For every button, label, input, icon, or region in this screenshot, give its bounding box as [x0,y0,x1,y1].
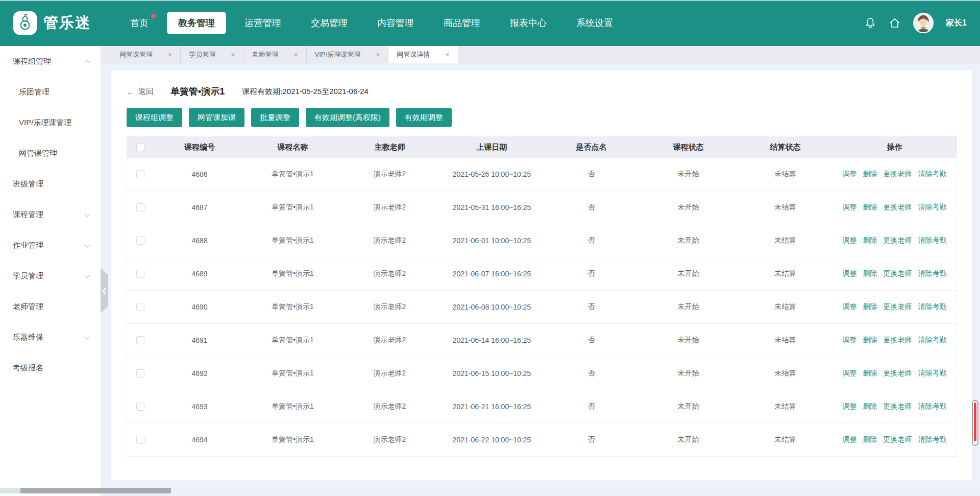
cell-course-id: 4687 [154,191,246,224]
row-action-link[interactable]: 更换老师 [884,236,912,245]
row-action-link[interactable]: 更换老师 [884,269,912,278]
tab-close-icon[interactable]: × [293,51,298,59]
sidebar-item[interactable]: 考级报名 [0,352,101,383]
back-button[interactable]: ← 返回 [127,87,154,97]
nav-item[interactable]: 内容管理 [366,12,425,34]
table-row: 4691 单簧管•演示1 演示老师2 2021-06-14 16:00~16:2… [127,324,957,357]
page-tab[interactable]: 网管课管理 × [111,46,181,63]
row-action-link[interactable]: 删除 [863,302,877,312]
row-checkbox[interactable] [136,403,144,411]
sidebar-item[interactable]: 乐团管理 [0,77,101,107]
page-tab[interactable]: VIP/乐理课管理 × [307,46,389,63]
row-action-link[interactable]: 清除考勤 [918,236,947,245]
row-action-link[interactable]: 清除考勤 [918,302,947,312]
page-header: ← 返回 单簧管•演示1 课程有效期:2021-05-25至2021-06-24 [127,70,957,98]
home-icon[interactable] [889,17,901,29]
row-action-link[interactable]: 调整 [843,435,857,444]
row-action-link[interactable]: 删除 [863,269,877,278]
sidebar-item[interactable]: 课程组管理 [0,46,101,77]
sidebar-item[interactable]: 老师管理 [0,291,101,322]
tab-close-icon[interactable]: × [168,51,172,59]
row-checkbox[interactable] [136,369,144,377]
row-action-link[interactable]: 清除考勤 [918,336,947,345]
nav-item[interactable]: 教务管理 [167,12,226,34]
row-action-link[interactable]: 更换老师 [884,170,912,179]
row-action-link[interactable]: 更换老师 [884,435,912,444]
horizontal-scrollbar [0,488,980,493]
toolbar-button[interactable]: 有效期调整(高权限) [306,108,389,127]
row-action-link[interactable]: 调整 [843,369,857,378]
row-action-link[interactable]: 调整 [843,402,857,411]
sidebar-item[interactable]: VIP/乐理课管理 [0,107,101,138]
row-action-link[interactable]: 删除 [863,369,877,378]
row-action-link[interactable]: 更换老师 [884,369,912,378]
vertical-scrollbar[interactable] [972,400,978,446]
row-checkbox[interactable] [136,203,144,211]
tab-close-icon[interactable]: × [376,51,380,59]
row-action-link[interactable]: 删除 [863,203,877,212]
row-action-link[interactable]: 调整 [843,336,857,345]
row-action-link[interactable]: 清除考勤 [918,269,947,278]
row-action-link[interactable]: 删除 [863,336,877,345]
tab-close-icon[interactable]: × [445,51,449,59]
vertical-scrollbar-thumb[interactable] [974,403,976,441]
row-action-link[interactable]: 调整 [843,170,857,179]
sidebar-item[interactable]: 课程管理 [0,199,101,230]
row-action-link[interactable]: 清除考勤 [918,402,947,411]
cell-teacher: 演示老师2 [340,390,439,423]
row-action-link[interactable]: 更换老师 [884,336,912,345]
horizontal-scrollbar-thumb[interactable] [20,488,171,493]
row-action-link[interactable]: 清除考勤 [918,369,947,378]
row-checkbox[interactable] [136,270,144,278]
sidebar-item[interactable]: 网管课管理 [0,138,101,169]
row-action-link[interactable]: 删除 [863,402,877,411]
cell-settlement: 未结算 [738,191,832,224]
toolbar-button[interactable]: 批量调整 [251,108,299,127]
toolbar-button[interactable]: 课程组调整 [127,108,182,127]
row-checkbox[interactable] [136,336,144,344]
cell-course-name: 单簧管•演示1 [246,357,340,390]
row-checkbox[interactable] [136,237,144,245]
sidebar-item[interactable]: 作业管理 [0,230,101,261]
user-avatar[interactable] [913,13,934,33]
tab-close-icon[interactable]: × [231,51,235,59]
bell-icon[interactable] [864,17,876,29]
row-action-link[interactable]: 更换老师 [884,302,912,312]
row-action-link[interactable]: 调整 [843,203,857,212]
nav-item[interactable]: 首页 [119,12,160,34]
sidebar-item[interactable]: 乐器维保 [0,322,101,352]
toolbar-button[interactable]: 网管课加课 [189,108,244,127]
row-checkbox[interactable] [136,170,144,178]
sidebar-item-label: 乐团管理 [19,87,50,97]
row-action-link[interactable]: 清除考勤 [918,170,947,179]
row-checkbox[interactable] [136,436,144,444]
row-action-link[interactable]: 调整 [843,236,857,245]
row-action-link[interactable]: 清除考勤 [918,435,947,444]
row-checkbox[interactable] [136,303,144,311]
nav-item[interactable]: 报表中心 [499,12,558,34]
toolbar-button[interactable]: 有效期调整 [396,108,452,127]
row-action-link[interactable]: 删除 [863,435,877,444]
select-all-checkbox[interactable] [136,143,144,151]
sidebar-item-label: 作业管理 [13,241,43,250]
row-action-link[interactable]: 删除 [863,236,877,245]
sidebar-item[interactable]: 学员管理 [0,261,101,291]
row-action-link[interactable]: 调整 [843,302,857,312]
nav-item[interactable]: 运营管理 [233,12,292,34]
page-tab[interactable]: 老师管理 × [243,46,306,63]
page-tab[interactable]: 网管课详情 × [388,46,457,63]
cell-course-id: 4694 [154,423,246,456]
row-action-link[interactable]: 更换老师 [884,203,912,212]
nav-item[interactable]: 交易管理 [300,12,359,34]
page-tab[interactable]: 学员管理 × [181,46,243,63]
nav-item[interactable]: 系统设置 [565,12,624,34]
nav-item-label: 商品管理 [444,18,480,28]
row-action-link[interactable]: 调整 [843,269,857,278]
row-action-link[interactable]: 更换老师 [884,402,912,411]
sidebar-item[interactable]: 班级管理 [0,169,101,199]
nav-item[interactable]: 商品管理 [432,12,492,34]
row-action-link[interactable]: 删除 [863,170,877,179]
sidebar-collapse-handle[interactable]: ❮ [101,268,108,313]
row-action-link[interactable]: 清除考勤 [918,203,947,212]
cell-course-id: 4690 [154,291,246,323]
